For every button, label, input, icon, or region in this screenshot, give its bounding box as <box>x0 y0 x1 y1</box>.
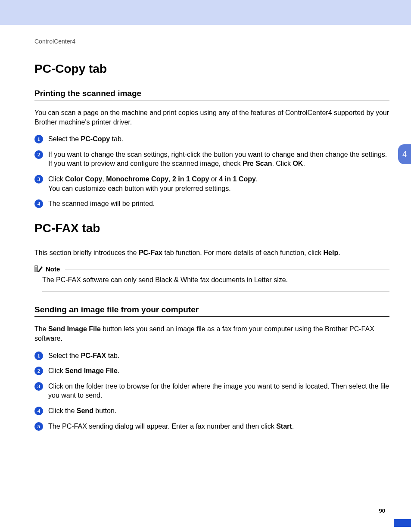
section-title-pccopy: PC-Copy tab <box>34 62 389 76</box>
intro-paragraph: This section briefly introduces the PC-F… <box>34 248 389 258</box>
step-item: 4 Click the Send button. <box>34 406 389 416</box>
step-item: 4 The scanned image will be printed. <box>34 199 389 208</box>
step-text: The PC-FAX sending dialog will appear. E… <box>48 422 389 431</box>
note-label: Note <box>46 265 60 273</box>
step-text: Click the Send button. <box>48 406 389 416</box>
step-item: 2 If you want to change the scan setting… <box>34 150 389 168</box>
step-number-icon: 3 <box>34 175 43 184</box>
step-text: Select the PC-Copy tab. <box>48 134 389 144</box>
step-text: Click Send Image File. <box>48 366 389 376</box>
step-number-icon: 3 <box>34 382 43 391</box>
step-number-icon: 1 <box>34 352 43 360</box>
note-body: The PC-FAX software can only send Black … <box>42 276 389 292</box>
page-content: ControlCenter4 PC-Copy tab Printing the … <box>0 25 411 431</box>
step-item: 3 Click on the folder tree to browse for… <box>34 382 389 400</box>
step-text: Click on the folder tree to browse for t… <box>48 382 389 400</box>
subsection-title-sending: Sending an image file from your computer <box>34 305 389 317</box>
step-text: The scanned image will be printed. <box>48 199 389 208</box>
breadcrumb: ControlCenter4 <box>34 38 389 45</box>
svg-rect-0 <box>35 266 37 272</box>
step-item: 5 The PC-FAX sending dialog will appear.… <box>34 422 389 431</box>
step-number-icon: 2 <box>34 367 43 375</box>
step-text: Click Color Copy, Monochrome Copy, 2 in … <box>48 174 389 193</box>
step-item: 3 Click Color Copy, Monochrome Copy, 2 i… <box>34 174 389 193</box>
step-number-icon: 5 <box>34 422 43 431</box>
subsection-title-printing: Printing the scanned image <box>34 89 389 100</box>
page-number: 90 <box>379 507 385 514</box>
step-text: If you want to change the scan settings,… <box>48 150 389 168</box>
top-header-bar <box>0 0 411 25</box>
step-item: 1 Select the PC-FAX tab. <box>34 351 389 361</box>
section-title-pcfax: PC-FAX tab <box>34 221 389 235</box>
intro-paragraph: The Send Image File button lets you send… <box>34 324 389 343</box>
step-text: Select the PC-FAX tab. <box>48 351 389 361</box>
step-number-icon: 2 <box>34 150 43 159</box>
step-number-icon: 1 <box>34 135 43 143</box>
step-number-icon: 4 <box>34 199 43 208</box>
note-pencil-icon <box>34 265 43 273</box>
step-item: 2 Click Send Image File. <box>34 366 389 376</box>
footer-accent-block <box>394 519 411 527</box>
step-number-icon: 4 <box>34 407 43 415</box>
intro-paragraph: You can scan a page on the machine and p… <box>34 108 389 127</box>
step-item: 1 Select the PC-Copy tab. <box>34 134 389 144</box>
note-header: Note <box>34 265 389 273</box>
note-divider <box>65 270 389 270</box>
note-box: Note The PC-FAX software can only send B… <box>34 265 389 292</box>
